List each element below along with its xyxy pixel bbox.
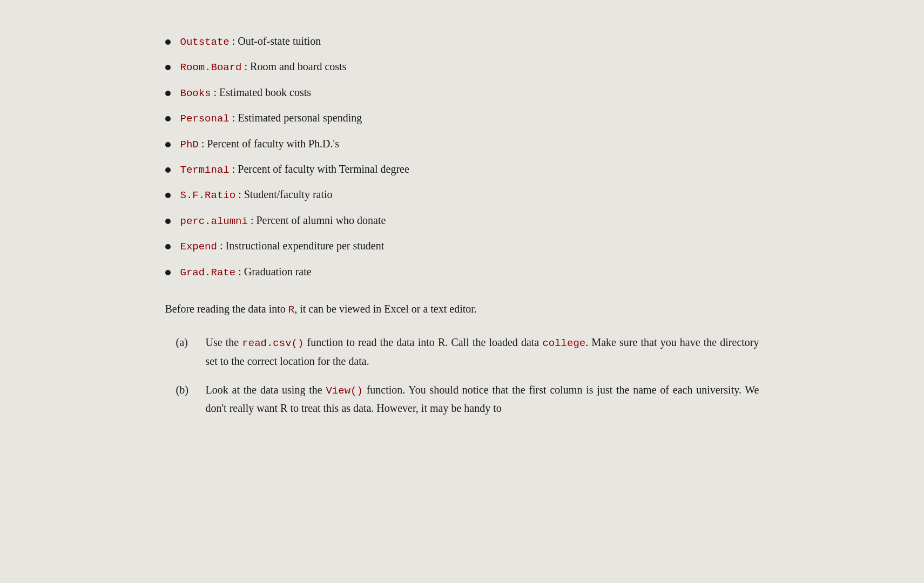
exercise-item: (a)Use the read.csv() function to read t… <box>176 334 759 370</box>
list-item: PhD : Percent of faculty with Ph.D.'s <box>165 135 759 153</box>
description-text: Out-of-state tuition <box>238 35 321 47</box>
description-text: Percent of alumni who donate <box>256 214 386 226</box>
description-text: Percent of faculty with Terminal degree <box>238 163 409 175</box>
list-item: Outstate : Out-of-state tuition <box>165 32 759 50</box>
code-term: Books <box>180 87 211 99</box>
list-item: Expend : Instructional expenditure per s… <box>165 237 759 255</box>
intro-paragraph: Before reading the data into R, it can b… <box>165 300 759 318</box>
code-term: Grad.Rate <box>180 267 236 279</box>
exercise-content: Use the read.csv() function to read the … <box>206 334 759 370</box>
list-item: Personal : Estimated personal spending <box>165 109 759 127</box>
bullet-dot <box>165 244 171 249</box>
list-item: Room.Board : Room and board costs <box>165 58 759 76</box>
list-item: Terminal : Percent of faculty with Termi… <box>165 160 759 178</box>
list-item: Books : Estimated book costs <box>165 84 759 101</box>
list-item-text: Grad.Rate : Graduation rate <box>180 263 312 281</box>
code-term: Terminal <box>180 164 230 176</box>
inline-code: read.csv() <box>242 337 303 349</box>
code-term: Room.Board <box>180 62 242 73</box>
description-text: Instructional expenditure per student <box>225 240 384 252</box>
inline-code: View() <box>326 385 362 397</box>
list-item-text: S.F.Ratio : Student/faculty ratio <box>180 186 333 204</box>
list-item-text: perc.alumni : Percent of alumni who dona… <box>180 212 386 229</box>
bullet-dot <box>165 167 171 173</box>
list-item: S.F.Ratio : Student/faculty ratio <box>165 186 759 204</box>
description-text: Estimated book costs <box>219 86 311 98</box>
list-item: perc.alumni : Percent of alumni who dona… <box>165 212 759 229</box>
list-item-text: Expend : Instructional expenditure per s… <box>180 237 385 255</box>
exercise-item: (b)Look at the data using the View() fun… <box>176 381 759 417</box>
inline-code: college <box>542 337 585 349</box>
bullet-dot <box>165 193 171 198</box>
bullet-dot <box>165 91 171 96</box>
list-item: Grad.Rate : Graduation rate <box>165 263 759 281</box>
description-text: Room and board costs <box>250 60 346 72</box>
inline-code-r: R <box>288 304 294 316</box>
list-item-text: Room.Board : Room and board costs <box>180 58 347 76</box>
description-text: Graduation rate <box>244 266 312 277</box>
bullet-list: Outstate : Out-of-state tuitionRoom.Boar… <box>165 32 759 281</box>
bullet-dot <box>165 65 171 70</box>
exercise-label: (a) <box>176 334 206 351</box>
exercises-list: (a)Use the read.csv() function to read t… <box>176 334 759 417</box>
bullet-dot <box>165 39 171 45</box>
list-item-text: Outstate : Out-of-state tuition <box>180 32 321 50</box>
bullet-dot <box>165 219 171 224</box>
list-item-text: Books : Estimated book costs <box>180 84 312 101</box>
code-term: perc.alumni <box>180 215 248 227</box>
code-term: S.F.Ratio <box>180 189 236 201</box>
description-text: Percent of faculty with Ph.D.'s <box>207 138 339 150</box>
bullet-dot <box>165 142 171 147</box>
exercise-content: Look at the data using the View() functi… <box>206 381 759 417</box>
description-text: Estimated personal spending <box>238 112 362 124</box>
bullet-dot <box>165 270 171 275</box>
list-item-text: PhD : Percent of faculty with Ph.D.'s <box>180 135 339 153</box>
code-term: Expend <box>180 241 217 253</box>
description-text: Student/faculty ratio <box>244 188 333 200</box>
code-term: PhD <box>180 139 199 151</box>
list-item-text: Terminal : Percent of faculty with Termi… <box>180 160 409 178</box>
bullet-dot <box>165 116 171 121</box>
code-term: Outstate <box>180 36 230 48</box>
list-item-text: Personal : Estimated personal spending <box>180 109 362 127</box>
exercise-label: (b) <box>176 381 206 399</box>
content-area: Outstate : Out-of-state tuitionRoom.Boar… <box>165 22 759 439</box>
code-term: Personal <box>180 113 230 125</box>
